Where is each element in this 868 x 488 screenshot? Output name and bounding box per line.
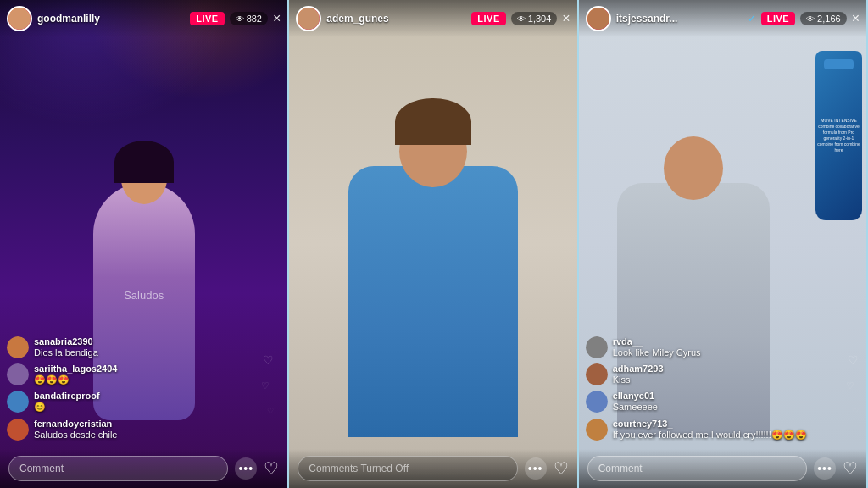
comment-username: sanabria2390 bbox=[34, 336, 281, 347]
username-1: goodmanlilly bbox=[37, 13, 185, 25]
performer-2 bbox=[348, 166, 518, 437]
comment-avatar bbox=[7, 363, 29, 385]
product-bottle: MOVE INTENSIVE combine collaborative for… bbox=[815, 51, 862, 220]
comment-avatar bbox=[7, 391, 29, 413]
avatar-1 bbox=[7, 6, 32, 31]
viewer-count-1: 👁 882 bbox=[230, 12, 268, 25]
close-button-3[interactable]: × bbox=[852, 12, 860, 25]
comment-input-2: Comments Turned Off bbox=[298, 456, 517, 481]
comment-item: sariitha_lagos2404 😍😍😍 bbox=[7, 363, 281, 385]
viewer-number-2: 1,304 bbox=[528, 14, 552, 24]
live-badge-3: LIVE bbox=[761, 12, 795, 25]
avatar-2 bbox=[296, 6, 321, 31]
more-button-2[interactable]: ••• bbox=[525, 458, 547, 480]
bottom-bar-3: Comment ••• ♡ bbox=[579, 449, 866, 488]
eye-icon-1: 👁 bbox=[236, 14, 244, 24]
stream-panel-2: adem_gunes LIVE 👁 1,304 × Comments Turne… bbox=[289, 0, 578, 488]
performer-figure-2 bbox=[348, 166, 518, 437]
heart-button-1[interactable]: ♡ bbox=[264, 458, 279, 479]
comment-text: Dios la bendiga bbox=[34, 347, 281, 358]
username-2: adem_gunes bbox=[326, 13, 466, 25]
avatar-inner-2 bbox=[298, 8, 320, 30]
stream-panel-1: ♡ ♡ ♡ goodmanlilly LIVE 👁 882 × Saludos … bbox=[0, 0, 289, 488]
stream-panel-3: MOVE INTENSIVE combine collaborative for… bbox=[579, 0, 868, 488]
comment-avatar bbox=[586, 391, 608, 413]
comment-username: ellanyc01 bbox=[613, 391, 860, 401]
avatar-inner-1 bbox=[8, 8, 31, 30]
comment-username: bandafireproof bbox=[34, 391, 281, 401]
comment-placeholder-3: Comment bbox=[598, 463, 643, 474]
comment-text: 😍😍😍 bbox=[34, 374, 281, 385]
heart-button-2[interactable]: ♡ bbox=[554, 458, 569, 479]
comment-text-wrap: rvda__ Look like Miley Cyrus bbox=[613, 336, 860, 358]
comment-username: rvda__ bbox=[613, 336, 860, 347]
comment-text: If you ever followed me I would cry!!!!!… bbox=[613, 429, 860, 441]
comment-text-wrap: adham7293 Kiss bbox=[613, 363, 860, 385]
comments-section-3: rvda__ Look like Miley Cyrus adham7293 K… bbox=[579, 336, 866, 446]
stream-header-3: itsjessandr... ✓ LIVE 👁 2,166 × bbox=[579, 0, 866, 37]
comment-username: courtney713_ bbox=[613, 419, 860, 429]
product-label: MOVE INTENSIVE combine collaborative for… bbox=[815, 116, 862, 155]
eye-icon-3: 👁 bbox=[806, 14, 815, 24]
comment-text: Saludos desde chile bbox=[34, 429, 281, 441]
comment-text-wrap: sanabria2390 Dios la bendiga bbox=[34, 336, 281, 358]
more-button-1[interactable]: ••• bbox=[235, 458, 257, 480]
comment-text: Look like Miley Cyrus bbox=[613, 347, 860, 358]
verified-badge-3: ✓ bbox=[748, 13, 756, 25]
viewer-number-3: 2,166 bbox=[817, 14, 841, 24]
bottom-bar-1: Comment ••• ♡ bbox=[0, 449, 287, 488]
comment-text-wrap: fernandoycristian Saludos desde chile bbox=[34, 419, 281, 441]
comment-item: fernandoycristian Saludos desde chile bbox=[7, 419, 281, 441]
comment-item: ellanyc01 Sameeeee bbox=[586, 391, 860, 413]
comment-item: rvda__ Look like Miley Cyrus bbox=[586, 336, 860, 358]
more-button-3[interactable]: ••• bbox=[814, 458, 836, 480]
comment-username: adham7293 bbox=[613, 363, 860, 374]
viewer-count-3: 👁 2,166 bbox=[800, 12, 847, 25]
comment-item: adham7293 Kiss bbox=[586, 363, 860, 385]
avatar-3 bbox=[586, 6, 611, 31]
comments-section-1: sanabria2390 Dios la bendiga sariitha_la… bbox=[0, 336, 287, 446]
comment-text: 😊 bbox=[34, 401, 281, 413]
comment-text: Sameeeee bbox=[613, 401, 860, 413]
heart-button-3[interactable]: ♡ bbox=[843, 458, 858, 479]
comment-placeholder-2: Comments Turned Off bbox=[309, 463, 409, 474]
comment-avatar bbox=[586, 419, 608, 441]
live-badge-1: LIVE bbox=[190, 12, 224, 25]
comment-avatar bbox=[586, 363, 608, 385]
eye-icon-2: 👁 bbox=[517, 14, 526, 24]
comment-item: sanabria2390 Dios la bendiga bbox=[7, 336, 281, 358]
comment-item: courtney713_ If you ever followed me I w… bbox=[586, 419, 860, 441]
bottom-bar-2: Comments Turned Off ••• ♡ bbox=[289, 449, 576, 488]
avatar-inner-3 bbox=[587, 8, 609, 30]
stream-header-1: goodmanlilly LIVE 👁 882 × bbox=[0, 0, 287, 37]
comment-username: sariitha_lagos2404 bbox=[34, 363, 281, 374]
viewer-number-1: 882 bbox=[247, 14, 262, 24]
comment-avatar bbox=[586, 336, 608, 358]
comment-text-wrap: sariitha_lagos2404 😍😍😍 bbox=[34, 363, 281, 385]
comment-text-wrap: bandafireproof 😊 bbox=[34, 391, 281, 413]
comment-avatar bbox=[7, 336, 29, 358]
live-badge-2: LIVE bbox=[471, 12, 505, 25]
username-3: itsjessandr... bbox=[616, 13, 743, 25]
comment-text-wrap: ellanyc01 Sameeeee bbox=[613, 391, 860, 413]
comment-avatar bbox=[7, 419, 29, 441]
close-button-2[interactable]: × bbox=[562, 12, 570, 25]
comment-text-wrap: courtney713_ If you ever followed me I w… bbox=[613, 419, 860, 441]
comment-input-1[interactable]: Comment bbox=[8, 456, 228, 481]
comment-item: bandafireproof 😊 bbox=[7, 391, 281, 413]
comment-input-3[interactable]: Comment bbox=[587, 456, 807, 481]
viewer-count-2: 👁 1,304 bbox=[511, 12, 558, 25]
comment-placeholder-1: Comment bbox=[19, 463, 64, 474]
stream-header-2: adem_gunes LIVE 👁 1,304 × bbox=[289, 0, 576, 37]
comment-text: Kiss bbox=[613, 374, 860, 385]
comment-username: fernandoycristian bbox=[34, 419, 281, 429]
close-button-1[interactable]: × bbox=[273, 12, 281, 25]
saludos-label: Saludos bbox=[124, 289, 164, 302]
